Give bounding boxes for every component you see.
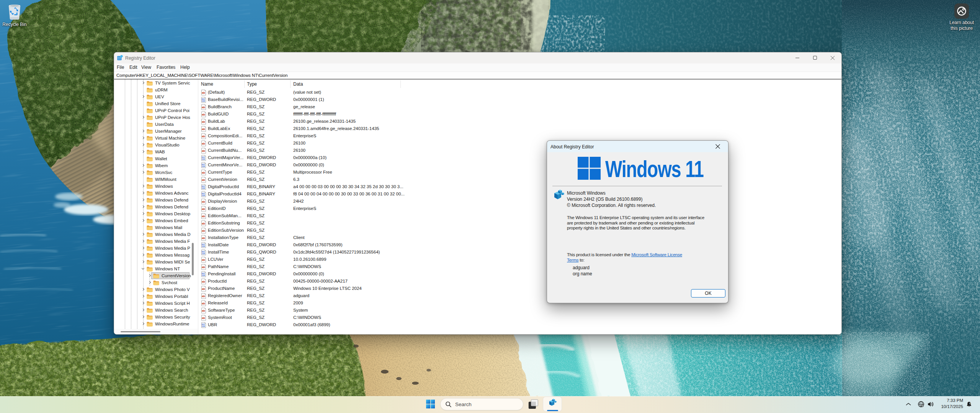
svg-text:z: z	[969, 402, 971, 405]
